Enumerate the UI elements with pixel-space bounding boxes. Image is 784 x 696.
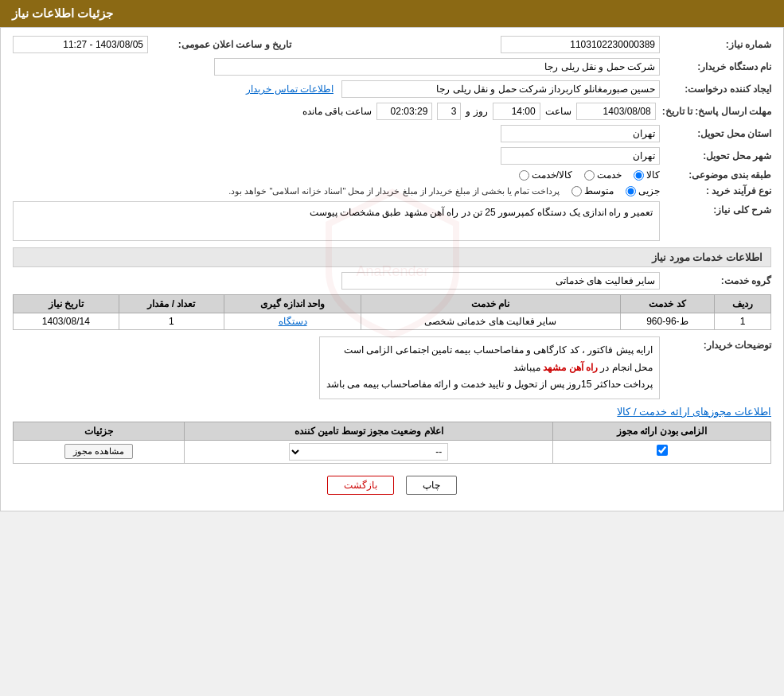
province-input[interactable]	[501, 125, 660, 142]
col-name: نام خدمت	[361, 295, 621, 313]
permits-section-link[interactable]: اطلاعات مجوزهای ارائه خدمت / کالا	[13, 406, 771, 418]
category-label: طبقه بندی موضوعی:	[660, 169, 771, 181]
row-need-number: شماره نیاز: تاریخ و ساعت اعلان عمومی:	[13, 36, 771, 53]
row-creator: ایجاد کننده درخواست: اطلاعات تماس خریدار	[13, 80, 771, 98]
general-desc-box: تعمیر و راه اندازی یک دستگاه کمپرسور 25 …	[13, 201, 660, 241]
kala-label: کالا	[646, 169, 660, 181]
buyer-note-highlight: راه آهن مشهد	[543, 362, 598, 373]
jozi-label: جزیی	[638, 185, 660, 196]
buyer-notes-label: توضیحات خریدار:	[660, 340, 771, 351]
cell-row: 1	[715, 313, 771, 330]
need-number-input[interactable]	[501, 36, 660, 53]
remaining-time-value[interactable]	[376, 103, 432, 120]
page-title: جزئیات اطلاعات نیاز	[12, 6, 113, 20]
purchase-motevaset[interactable]: متوسط	[571, 185, 614, 196]
purchase-type-radio-group: جزیی متوسط پرداخت تمام یا بخشی از مبلغ خ…	[228, 185, 660, 196]
purchase-type-note: پرداخت تمام یا بخشی از مبلغ خریدار از مب…	[228, 186, 560, 196]
row-category: طبقه بندی موضوعی: کالا خدمت کالا/خدمت	[13, 169, 771, 181]
col-unit: واحد اندازه گیری	[224, 295, 361, 313]
services-table-container: ردیف کد خدمت نام خدمت واحد اندازه گیری ت…	[13, 294, 771, 330]
permits-table: الزامی بودن ارائه مجوز اعلام وضعیت مجوز …	[13, 422, 771, 464]
cell-qty: 1	[119, 313, 224, 330]
row-service-group: گروه خدمت:	[13, 272, 771, 290]
row-province: استان محل تحویل:	[13, 125, 771, 142]
permits-header-row: الزامی بودن ارائه مجوز اعلام وضعیت مجوز …	[14, 422, 771, 440]
permits-status-cell: --	[185, 440, 553, 463]
service-group-label: گروه خدمت:	[660, 275, 771, 286]
permits-table-container: الزامی بودن ارائه مجوز اعلام وضعیت مجوز …	[13, 422, 771, 464]
buyer-name-label: نام دستگاه خریدار:	[660, 61, 771, 72]
jozi-radio[interactable]	[626, 186, 636, 196]
cell-unit[interactable]: دستگاه	[224, 313, 361, 330]
buyer-note-line-1: ارایه پیش فاکتور ، کد کارگاهی و مفاصاحسا…	[326, 342, 653, 360]
time-remaining-label: ساعت باقی مانده	[302, 106, 372, 117]
khedmat-label: خدمت	[597, 169, 622, 181]
city-input[interactable]	[501, 147, 660, 165]
print-button[interactable]: چاپ	[406, 476, 457, 495]
col-row: ردیف	[715, 295, 771, 313]
cell-name: سایر فعالیت های خدماتی شخصی	[361, 313, 621, 330]
permits-required-cell	[553, 440, 771, 463]
row-purchase-type: نوع فرآیند خرید : جزیی متوسط پرداخت تمام…	[13, 185, 771, 196]
row-buyer-notes: توضیحات خریدار: ارایه پیش فاکتور ، کد کا…	[13, 336, 771, 399]
watermark-area: AnaRender شماره نیاز: تاریخ و ساعت اعلان…	[13, 36, 771, 495]
permits-details-cell: مشاهده مجوز	[14, 440, 185, 463]
creator-label: ایجاد کننده درخواست:	[660, 84, 771, 95]
category-khedmat[interactable]: خدمت	[584, 169, 622, 181]
row-buyer-name: نام دستگاه خریدار:	[13, 58, 771, 76]
permits-required-checkbox[interactable]	[657, 445, 668, 456]
main-content: AnaRender شماره نیاز: تاریخ و ساعت اعلان…	[0, 27, 784, 511]
kala-radio[interactable]	[634, 170, 644, 181]
services-section-title: اطلاعات خدمات مورد نیاز	[13, 247, 771, 267]
announce-date-input[interactable]	[13, 36, 148, 53]
days-label: روز و	[466, 106, 487, 117]
creator-contact-link[interactable]: اطلاعات تماس خریدار	[246, 84, 333, 95]
view-permit-button[interactable]: مشاهده مجوز	[64, 444, 133, 459]
general-desc-label: شرح کلی نیاز:	[660, 204, 771, 216]
col-details: جزئیات	[14, 422, 185, 440]
row-general-desc: شرح کلی نیاز: تعمیر و راه اندازی یک دستگ…	[13, 201, 771, 241]
reply-deadline-label: مهلت ارسال پاسخ: تا تاریخ:	[656, 106, 771, 117]
general-desc-value: تعمیر و راه اندازی یک دستگاه کمپرسور 25 …	[310, 207, 653, 218]
page-header: جزئیات اطلاعات نیاز	[0, 0, 784, 27]
service-group-input[interactable]	[341, 272, 660, 290]
motevaset-label: متوسط	[584, 185, 614, 196]
buyer-note-line-3: پرداخت حداکثر 15روز پس از تحویل و تایید …	[326, 376, 653, 394]
cell-date: 1403/08/14	[14, 313, 119, 330]
kala-khedmat-label: کالا/خدمت	[532, 169, 572, 181]
announce-date-label: تاریخ و ساعت اعلان عمومی:	[148, 39, 291, 50]
motevaset-radio[interactable]	[571, 186, 582, 196]
row-city: شهر محل تحویل:	[13, 147, 771, 165]
creator-input[interactable]	[341, 80, 660, 98]
category-radio-group: کالا خدمت کالا/خدمت	[519, 169, 660, 181]
category-kala[interactable]: کالا	[634, 169, 660, 181]
page-wrapper: جزئیات اطلاعات نیاز AnaRender شماره نیاز…	[0, 0, 784, 511]
remaining-time-input	[376, 103, 432, 120]
col-status: اعلام وضعیت مجوز توسط تامین کننده	[185, 422, 553, 440]
city-label: شهر محل تحویل:	[660, 150, 771, 161]
form-section: شماره نیاز: تاریخ و ساعت اعلان عمومی: نا…	[13, 36, 771, 495]
row-reply-deadline: مهلت ارسال پاسخ: تا تاریخ: ساعت روز و سا…	[13, 103, 771, 120]
services-table-header-row: ردیف کد خدمت نام خدمت واحد اندازه گیری ت…	[14, 295, 771, 313]
need-number-label: شماره نیاز:	[660, 39, 771, 50]
kala-khedmat-radio[interactable]	[519, 170, 529, 181]
khedmat-radio[interactable]	[584, 170, 595, 181]
permits-status-select[interactable]: --	[289, 443, 448, 461]
back-button[interactable]: بازگشت	[327, 476, 394, 495]
col-code: کد خدمت	[620, 295, 715, 313]
reply-date-input[interactable]	[576, 103, 656, 120]
purchase-jozi[interactable]: جزیی	[626, 185, 660, 196]
table-row: 1 ط-96-960 سایر فعالیت های خدماتی شخصی د…	[14, 313, 771, 330]
col-required: الزامی بودن ارائه مجوز	[553, 422, 771, 440]
purchase-type-label: نوع فرآیند خرید :	[660, 185, 771, 196]
services-table: ردیف کد خدمت نام خدمت واحد اندازه گیری ت…	[13, 294, 771, 330]
reply-days-input[interactable]	[437, 103, 461, 120]
permits-row: -- مشاهده مجوز	[14, 440, 771, 463]
col-date: تاریخ نیاز	[14, 295, 119, 313]
buyer-name-input[interactable]	[214, 58, 660, 76]
reply-time-input[interactable]	[493, 103, 540, 120]
category-kala-khedmat[interactable]: کالا/خدمت	[519, 169, 572, 181]
province-label: استان محل تحویل:	[660, 128, 771, 139]
time-label: ساعت	[545, 106, 571, 117]
cell-code: ط-96-960	[620, 313, 715, 330]
